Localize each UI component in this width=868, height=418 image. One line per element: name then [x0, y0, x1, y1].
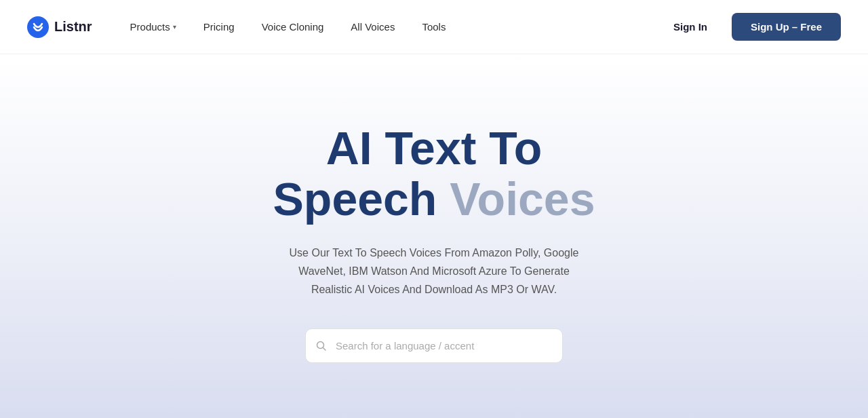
nav-item-all-voices[interactable]: All Voices [340, 16, 406, 38]
hero-title: AI Text To Speech Voices [273, 123, 595, 225]
hero-title-line1: AI Text To [273, 123, 595, 174]
sign-in-button[interactable]: Sign In [663, 16, 718, 38]
sign-up-button[interactable]: Sign Up – Free [732, 13, 841, 41]
chevron-down-icon: ▾ [173, 23, 176, 31]
nav-item-tools[interactable]: Tools [411, 16, 456, 38]
nav-right: Sign In Sign Up – Free [663, 13, 841, 41]
nav-label-voice-cloning: Voice Cloning [262, 21, 324, 33]
nav-links: Products ▾ Pricing Voice Cloning All Voi… [119, 16, 663, 38]
nav-label-pricing: Pricing [203, 21, 235, 33]
brand-name: Listnr [54, 19, 92, 35]
logo[interactable]: Listnr [27, 16, 92, 38]
hero-title-speech: Speech [273, 173, 437, 225]
nav-item-pricing[interactable]: Pricing [193, 16, 245, 38]
nav-item-voice-cloning[interactable]: Voice Cloning [251, 16, 335, 38]
svg-line-2 [323, 347, 326, 350]
logo-icon [27, 16, 49, 38]
hero-section: AI Text To Speech Voices Use Our Text To… [0, 54, 868, 418]
nav-item-products[interactable]: Products ▾ [119, 16, 187, 38]
nav-label-all-voices: All Voices [351, 21, 395, 33]
search-input[interactable] [305, 328, 563, 363]
hero-title-voices: Voices [437, 173, 595, 225]
nav-label-products: Products [130, 21, 170, 33]
hero-title-line2: Speech Voices [273, 174, 595, 225]
search-container [305, 328, 563, 363]
nav-label-tools: Tools [422, 21, 446, 33]
hero-description: Use Our Text To Speech Voices From Amazo… [278, 244, 590, 299]
navbar: Listnr Products ▾ Pricing Voice Cloning … [0, 0, 868, 54]
search-icon [316, 341, 327, 352]
